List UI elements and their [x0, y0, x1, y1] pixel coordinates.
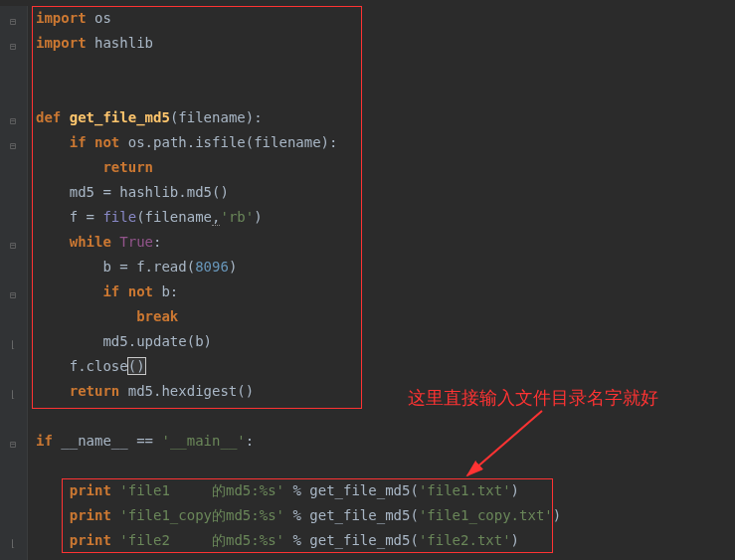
code-line: md5.update(b)	[36, 329, 735, 354]
code-area[interactable]: import os import hashlib def get_file_md…	[28, 6, 735, 560]
code-line: if __name__ == '__main__':	[36, 429, 735, 454]
code-editor[interactable]: ⊟ ⊟ ⊟ ⊟ ⊟ ⊟ ⌊ ⌊ ⊟ ⌊ import os import has…	[0, 0, 735, 560]
gutter: ⊟ ⊟ ⊟ ⊟ ⊟ ⊟ ⌊ ⌊ ⊟ ⌊	[0, 6, 28, 560]
fold-icon[interactable]: ⊟	[6, 14, 20, 28]
code-line: f.close()	[36, 354, 735, 379]
code-line: print 'file1_copy的md5:%s' % get_file_md5…	[36, 503, 735, 528]
code-line: print 'file2 的md5:%s' % get_file_md5('fi…	[36, 528, 735, 553]
code-line: if not b:	[36, 280, 735, 304]
code-line: f = file(filename,'rb')	[36, 205, 735, 230]
code-line: print 'file1 的md5:%s' % get_file_md5('fi…	[36, 478, 735, 503]
fold-icon[interactable]: ⊟	[6, 238, 20, 252]
code-line	[36, 81, 735, 105]
code-line	[36, 56, 735, 81]
code-line: if not os.path.isfile(filename):	[36, 130, 735, 155]
code-line: def get_file_md5(filename):	[36, 105, 735, 130]
fold-icon[interactable]: ⊟	[6, 287, 20, 301]
fold-end-icon: ⌊	[6, 337, 20, 351]
fold-icon[interactable]: ⊟	[6, 113, 20, 127]
code-line: import os	[36, 6, 735, 31]
code-line: md5 = hashlib.md5()	[36, 180, 735, 205]
code-line: import hashlib	[36, 31, 735, 56]
fold-icon[interactable]: ⊟	[6, 138, 20, 152]
code-line: break	[36, 304, 735, 329]
fold-end-icon: ⌊	[6, 387, 20, 401]
code-line: return	[36, 155, 735, 180]
annotation-text: 这里直接输入文件目录名字就好	[408, 386, 658, 410]
fold-end-icon: ⌊	[6, 536, 20, 550]
code-line: b = f.read(8096)	[36, 255, 735, 280]
fold-icon[interactable]: ⊟	[6, 39, 20, 53]
fold-icon[interactable]: ⊟	[6, 437, 20, 451]
code-line	[36, 454, 735, 478]
code-line: while True:	[36, 230, 735, 255]
